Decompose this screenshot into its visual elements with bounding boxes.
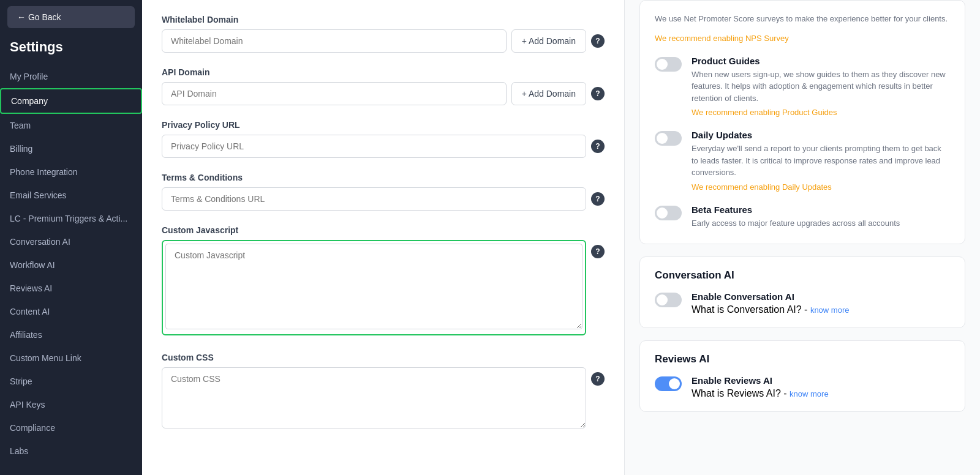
whitelabel-add-domain-button[interactable]: + Add Domain (511, 29, 586, 53)
privacy-policy-help-icon[interactable]: ? (591, 140, 605, 153)
features-card: We use Net Promoter Score surveys to mak… (639, 0, 965, 244)
daily-updates-title: Daily Updates (692, 130, 950, 140)
daily-updates-recommend-link[interactable]: We recommend enabling Daily Updates (692, 182, 832, 192)
api-domain-input[interactable] (162, 82, 507, 105)
product-guides-desc: When new users sign-up, we show guides t… (692, 69, 950, 105)
sidebar-item-labs[interactable]: Labs (0, 439, 142, 463)
terms-conditions-label: Terms & Conditions (162, 173, 605, 182)
reviews-ai-card-title: Reviews AI (655, 353, 950, 365)
right-panel: We use Net Promoter Score surveys to mak… (625, 0, 980, 475)
conversation-ai-enable-label: Enable Conversation AI (692, 291, 849, 302)
conversation-ai-card: Conversation AI Enable Conversation AI W… (639, 256, 965, 328)
whitelabel-domain-input[interactable] (162, 29, 507, 53)
beta-features-desc: Early access to major feature upgrades a… (692, 217, 900, 230)
privacy-policy-section: Privacy Policy URL ? (162, 120, 605, 158)
api-add-domain-button[interactable]: + Add Domain (511, 82, 586, 105)
go-back-button[interactable]: ← Go Back (7, 6, 135, 28)
conversation-ai-desc-text: What is Conversation AI? - (692, 304, 807, 315)
nps-top-text: We use Net Promoter Score surveys to mak… (655, 13, 950, 25)
beta-features-row: Beta Features Early access to major feat… (655, 204, 950, 232)
sidebar-item-custom-menu-link[interactable]: Custom Menu Link (0, 346, 142, 370)
api-domain-label: API Domain (162, 67, 605, 77)
reviews-ai-enable-label: Enable Reviews AI (692, 375, 829, 386)
sidebar-item-phone-integration[interactable]: Phone Integration (0, 160, 142, 184)
custom-css-section: Custom CSS ? (162, 353, 605, 431)
reviews-ai-know-more-link[interactable]: know more (790, 389, 829, 398)
sidebar-item-email-services[interactable]: Email Services (0, 184, 142, 207)
center-panel: Whitelabel Domain + Add Domain ? API Dom… (142, 0, 625, 475)
sidebar-item-my-profile[interactable]: My Profile (0, 65, 142, 88)
nps-recommend-link[interactable]: We recommend enabling NPS Survey (655, 34, 789, 43)
custom-javascript-input[interactable] (165, 244, 582, 329)
conversation-ai-know-more-link[interactable]: know more (810, 305, 850, 315)
product-guides-title: Product Guides (692, 56, 950, 66)
sidebar: ← Go Back Settings My ProfileCompanyTeam… (0, 0, 142, 475)
terms-conditions-section: Terms & Conditions ? (162, 173, 605, 211)
conversation-ai-toggle[interactable] (655, 293, 682, 307)
api-domain-section: API Domain + Add Domain ? (162, 67, 605, 105)
sidebar-item-compliance[interactable]: Compliance (0, 416, 142, 439)
sidebar-item-lc-premium[interactable]: LC - Premium Triggers & Acti... (0, 207, 142, 230)
reviews-ai-card: Reviews AI Enable Reviews AI What is Rev… (639, 340, 965, 412)
sidebar-item-conversation-ai[interactable]: Conversation AI (0, 230, 142, 253)
whitelabel-help-icon[interactable]: ? (591, 34, 605, 48)
whitelabel-domain-section: Whitelabel Domain + Add Domain ? (162, 15, 605, 53)
sidebar-title: Settings (0, 34, 142, 65)
whitelabel-domain-label: Whitelabel Domain (162, 15, 605, 24)
reviews-ai-desc-text: What is Reviews AI? - (692, 388, 787, 398)
product-guides-recommend-link[interactable]: We recommend enabling Product Guides (692, 108, 837, 117)
sidebar-item-company[interactable]: Company (0, 88, 142, 114)
main-area: Whitelabel Domain + Add Domain ? API Dom… (142, 0, 980, 475)
daily-updates-row: Daily Updates Everyday we'll send a repo… (655, 130, 950, 192)
custom-javascript-help-icon[interactable]: ? (591, 245, 605, 258)
sidebar-item-stripe[interactable]: Stripe (0, 370, 142, 393)
sidebar-item-affiliates[interactable]: Affiliates (0, 323, 142, 346)
privacy-policy-input[interactable] (162, 135, 586, 158)
daily-updates-toggle[interactable] (655, 131, 682, 146)
beta-features-toggle[interactable] (655, 206, 682, 220)
conversation-ai-row: Enable Conversation AI What is Conversat… (655, 291, 950, 315)
sidebar-item-reviews-ai[interactable]: Reviews AI (0, 277, 142, 300)
beta-features-title: Beta Features (692, 204, 900, 215)
product-guides-toggle[interactable] (655, 57, 682, 72)
custom-javascript-section: Custom Javascript ? (162, 225, 605, 338)
daily-updates-desc: Everyday we'll send a report to your cli… (692, 143, 950, 179)
custom-css-help-icon[interactable]: ? (591, 372, 605, 386)
sidebar-item-content-ai[interactable]: Content AI (0, 300, 142, 323)
custom-javascript-wrapper (162, 240, 586, 335)
privacy-policy-label: Privacy Policy URL (162, 120, 605, 130)
reviews-ai-row: Enable Reviews AI What is Reviews AI? - … (655, 375, 950, 399)
sidebar-item-workflow-ai[interactable]: Workflow AI (0, 253, 142, 277)
conversation-ai-card-title: Conversation AI (655, 269, 950, 282)
terms-conditions-input[interactable] (162, 187, 586, 211)
api-domain-help-icon[interactable]: ? (591, 87, 605, 100)
custom-css-label: Custom CSS (162, 353, 605, 362)
reviews-ai-toggle[interactable] (655, 376, 682, 391)
sidebar-item-billing[interactable]: Billing (0, 137, 142, 160)
sidebar-item-api-keys[interactable]: API Keys (0, 393, 142, 416)
sidebar-item-team[interactable]: Team (0, 114, 142, 137)
custom-javascript-label: Custom Javascript (162, 225, 605, 235)
product-guides-row: Product Guides When new users sign-up, w… (655, 56, 950, 118)
terms-conditions-help-icon[interactable]: ? (591, 192, 605, 206)
custom-css-input[interactable] (162, 367, 586, 428)
